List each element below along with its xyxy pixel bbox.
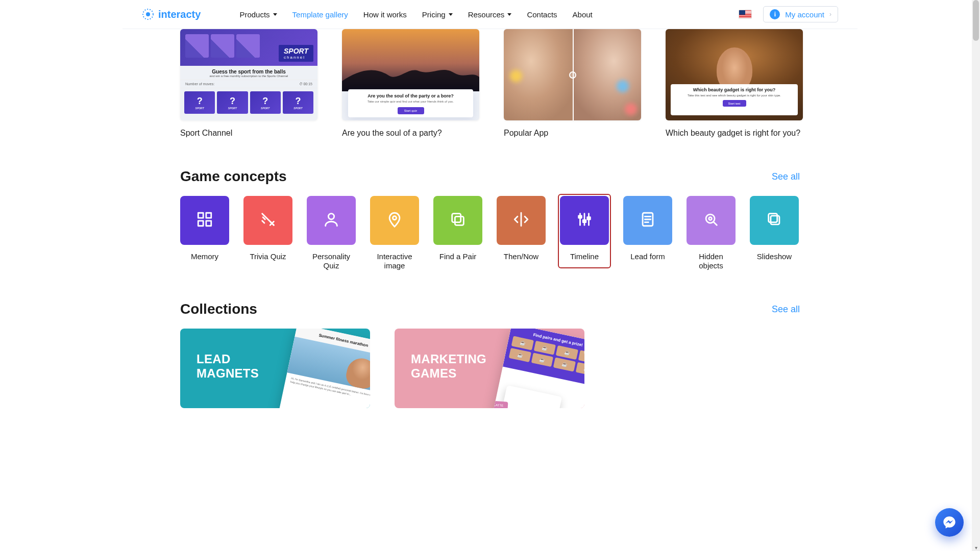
game-concepts-grid: MemoryTrivia QuizPersonality QuizInterac…: [180, 196, 800, 270]
account-label: My account: [785, 10, 824, 19]
caret-down-icon: [507, 13, 511, 16]
concept-label: Then/Now: [497, 252, 546, 261]
template-card-popular-app[interactable]: Popular App: [504, 29, 641, 138]
concept-label: Interactive image: [370, 252, 419, 270]
check-cross-icon: [259, 211, 277, 230]
concept-tile: [497, 196, 546, 245]
concept-tile: [180, 196, 229, 245]
game-concept-trivia-quiz[interactable]: Trivia Quiz: [243, 196, 292, 261]
template-title: Popular App: [504, 129, 641, 138]
svg-point-10: [393, 216, 396, 220]
game-concept-personality-quiz[interactable]: Personality Quiz: [307, 196, 356, 270]
game-concept-hidden-objects[interactable]: Hidden objects: [687, 196, 736, 270]
nav-how-it-works[interactable]: How it works: [363, 10, 407, 19]
svg-line-25: [714, 222, 717, 225]
primary-nav: Products Template gallery How it works P…: [239, 10, 592, 19]
collection-title: LEAD MAGNETS: [197, 352, 293, 380]
game-concept-slideshow[interactable]: Slideshow: [750, 196, 799, 261]
game-concept-memory[interactable]: Memory: [180, 196, 229, 261]
copy-icon: [449, 211, 467, 230]
template-thumbnail: [504, 29, 641, 120]
game-concept-timeline[interactable]: Timeline: [560, 196, 609, 266]
nav-contacts[interactable]: Contacts: [527, 10, 557, 19]
magnify-icon: [702, 211, 720, 230]
nav-products[interactable]: Products: [239, 10, 277, 19]
stack-icon: [766, 211, 783, 230]
brand-text: interacty: [158, 9, 201, 20]
concept-label: Personality Quiz: [307, 252, 356, 270]
section-title: Collections: [180, 301, 257, 317]
caret-down-icon: [449, 13, 453, 16]
game-concept-lead-form[interactable]: Lead form: [623, 196, 672, 261]
page-scrollbar[interactable]: ▴ ▾: [972, 0, 980, 408]
nav-resources[interactable]: Resources: [468, 10, 512, 19]
split-icon: [512, 211, 530, 230]
template-thumbnail: SPORTchannel Guess the sport from the ba…: [180, 29, 317, 120]
svg-rect-3: [206, 213, 211, 218]
grid-icon: [196, 211, 213, 230]
person-icon: [323, 211, 340, 230]
template-thumbnail: Which beauty gadget is right for you? Ta…: [666, 29, 803, 120]
game-concept-then-now[interactable]: Then/Now: [497, 196, 546, 261]
concept-label: Memory: [180, 252, 229, 261]
collection-artwork: Summer fitness marathon Hi, I'm Samantha…: [277, 329, 370, 408]
top-nav: interacty Products Template gallery How …: [122, 0, 857, 29]
svg-rect-11: [455, 216, 463, 225]
concept-label: Trivia Quiz: [243, 252, 292, 261]
caret-down-icon: [273, 13, 277, 16]
svg-point-0: [146, 13, 150, 16]
concept-tile: [687, 196, 736, 245]
svg-rect-27: [771, 216, 779, 224]
brand-logo[interactable]: interacty: [142, 8, 201, 20]
concept-tile: [560, 196, 609, 245]
svg-rect-4: [198, 221, 203, 226]
template-card-beauty-gadget[interactable]: Which beauty gadget is right for you? Ta…: [666, 29, 803, 138]
concept-label: Slideshow: [750, 252, 799, 261]
concept-tile: [750, 196, 799, 245]
concept-tile: [370, 196, 419, 245]
pin-icon: [386, 211, 403, 230]
svg-rect-12: [452, 214, 461, 222]
sliders-icon: [576, 211, 593, 230]
template-title: Which beauty gadget is right for you?: [666, 129, 803, 138]
collections-header: Collections See all: [180, 301, 800, 317]
svg-rect-2: [198, 213, 203, 218]
collection-artwork: Find pairs and get a prize! ☕☕☕☕ ☕☕☕☕ LA…: [492, 329, 584, 408]
game-concept-find-a-pair[interactable]: Find a Pair: [433, 196, 482, 261]
concept-label: Lead form: [623, 252, 672, 261]
collection-lead-magnets[interactable]: LEAD MAGNETS Summer fitness marathon Hi,…: [180, 329, 370, 408]
account-badge-icon: i: [770, 9, 780, 19]
collections-row: LEAD MAGNETS Summer fitness marathon Hi,…: [180, 329, 800, 408]
form-icon: [639, 211, 656, 230]
nav-about[interactable]: About: [573, 10, 593, 19]
locale-flag-us[interactable]: [739, 10, 752, 19]
concept-tile: [623, 196, 672, 245]
chevron-right-icon: ›: [829, 11, 831, 18]
concept-label: Hidden objects: [687, 252, 736, 270]
concept-label: Timeline: [560, 252, 609, 261]
header-right: i My account ›: [739, 6, 838, 22]
template-card-sport-channel[interactable]: SPORTchannel Guess the sport from the ba…: [180, 29, 317, 138]
game-concepts-header: Game concepts See all: [180, 168, 800, 185]
see-all-link[interactable]: See all: [772, 171, 800, 182]
template-cards-row: SPORTchannel Guess the sport from the ba…: [180, 29, 800, 138]
game-concept-interactive-image[interactable]: Interactive image: [370, 196, 419, 270]
svg-rect-5: [206, 221, 211, 226]
template-title: Are you the soul of a party?: [342, 129, 479, 138]
see-all-link[interactable]: See all: [772, 304, 800, 315]
my-account-button[interactable]: i My account ›: [763, 6, 838, 22]
nav-pricing[interactable]: Pricing: [422, 10, 453, 19]
svg-point-9: [328, 214, 334, 219]
brand-mark-icon: [142, 8, 154, 20]
nav-template-gallery[interactable]: Template gallery: [292, 10, 348, 19]
template-thumbnail: Are you the soul of the party or a bore?…: [342, 29, 479, 120]
svg-rect-28: [769, 214, 777, 222]
collection-title: MARKETING GAMES: [411, 352, 508, 380]
collection-marketing-games[interactable]: MARKETING GAMES Find pairs and get a pri…: [395, 329, 584, 408]
concept-tile: [433, 196, 482, 245]
section-title: Game concepts: [180, 168, 287, 185]
scrollbar-thumb[interactable]: [973, 0, 979, 41]
concept-tile: [243, 196, 292, 245]
template-card-party-soul[interactable]: Are you the soul of the party or a bore?…: [342, 29, 479, 138]
svg-point-26: [709, 217, 712, 220]
